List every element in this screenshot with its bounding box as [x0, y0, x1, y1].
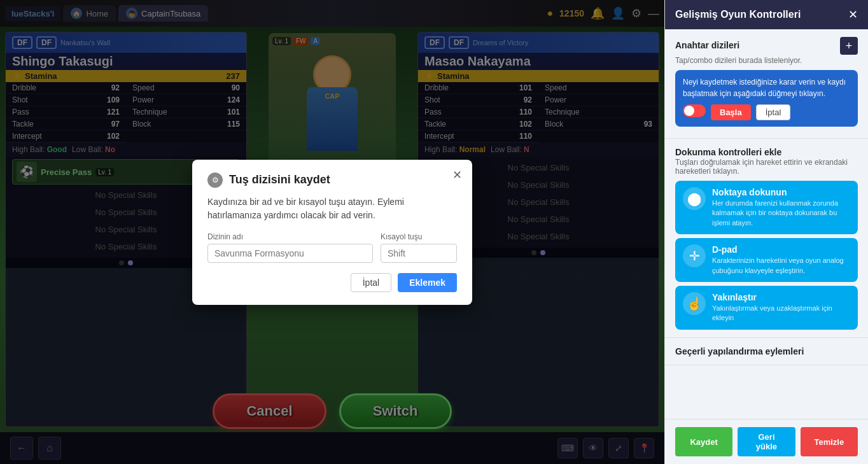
cancel-record-button[interactable]: İptal [756, 104, 791, 120]
dpad-control-card[interactable]: ✛ D-pad Karakterinizin hareketini veya o… [675, 238, 858, 282]
keyboard-section: Anahtar dizileri + Tap/combo dizileri bu… [665, 29, 868, 139]
save-config-button[interactable]: Kaydet [675, 427, 732, 456]
modal-close-button[interactable]: ✕ [449, 167, 465, 183]
sequence-name-input[interactable] [207, 244, 373, 263]
dpad-info: D-pad Karakterinizin hareketini veya oyu… [712, 244, 850, 276]
dpad-title: D-pad [712, 244, 850, 255]
tap-icon: ⬤ [683, 187, 706, 210]
modal-description: Kaydınıza bir ad ve bir kısayol tuşu ata… [207, 195, 457, 222]
panel-footer: Kaydet Geri yükle Temizle [665, 419, 868, 464]
dpad-icon: ✛ [683, 244, 706, 267]
keyboard-section-title: Anahtar dizileri [675, 40, 739, 50]
panel-title: Gelişmiş Oyun Kontrolleri [675, 9, 801, 20]
modal-cancel-button[interactable]: İptal [351, 273, 391, 292]
record-toggle-row: Başla İptal [683, 104, 850, 120]
game-area: lueStacks'i 🏠 Home 👦 CaptainTsubasa ● 12… [0, 0, 664, 464]
clear-config-button[interactable]: Temizle [801, 427, 858, 456]
toggle-knob [684, 106, 694, 116]
zoom-control-card[interactable]: ☝ Yakınlaştır Yakınlaştırmak veya uzakla… [675, 286, 858, 330]
shortcut-key-input[interactable] [381, 244, 457, 263]
keyboard-section-header: Anahtar dizileri + [675, 37, 858, 55]
panel-close-button[interactable]: ✕ [848, 8, 858, 22]
modal-icon: ⚙ [207, 172, 223, 188]
modal-header: ⚙ Tuş dizisini kaydet [207, 172, 457, 188]
zoom-title: Yakınlaştır [712, 292, 850, 302]
reload-config-button[interactable]: Geri yükle [738, 427, 795, 456]
panel-header: Gelişmiş Oyun Kontrolleri ✕ [665, 0, 868, 29]
record-card: Neyi kaydetmek istediğinize karar verin … [675, 70, 858, 127]
touch-section: Dokunma kontrolleri ekle Tuşları doğrula… [665, 139, 868, 338]
modal-fields: Dizinin adı Kısayol tuşu [207, 232, 457, 263]
tap-desc: Her durumda farenizi kullanmak zorunda k… [712, 199, 850, 228]
key-field-group: Kısayol tuşu [381, 232, 457, 263]
zoom-desc: Yakınlaştırmak veya uzaklaştırmak için e… [712, 304, 850, 323]
touch-section-desc: Tuşları doğrulamak için hareket ettirin … [675, 158, 858, 176]
key-field-label: Kısayol tuşu [381, 232, 457, 241]
dpad-desc: Karakterinizin hareketini veya oyun anal… [712, 256, 850, 276]
config-section: Geçerli yapılandırma eylemleri [665, 338, 868, 365]
tap-title: Noktaya dokunun [712, 187, 850, 197]
keyboard-section-desc: Tap/combo dizileri burada listeleniyor. [675, 56, 858, 65]
right-panel: Gelişmiş Oyun Kontrolleri ✕ Anahtar dizi… [664, 0, 868, 464]
config-section-title: Geçerli yapılandırma eylemleri [675, 346, 804, 356]
start-record-button[interactable]: Başla [711, 104, 751, 120]
record-card-text: Neyi kaydetmek istediğinize karar verin … [683, 76, 850, 99]
zoom-icon: ☝ [683, 292, 706, 315]
zoom-info: Yakınlaştır Yakınlaştırmak veya uzaklaşt… [712, 292, 850, 323]
modal-add-button[interactable]: Eklemek [398, 273, 457, 292]
tap-info: Noktaya dokunun Her durumda farenizi kul… [712, 187, 850, 228]
touch-section-title: Dokunma kontrolleri ekle [675, 147, 781, 157]
add-sequence-button[interactable]: + [840, 37, 858, 55]
name-field-label: Dizinin adı [207, 232, 373, 241]
modal-title: Tuş dizisini kaydet [229, 173, 330, 186]
tap-control-card[interactable]: ⬤ Noktaya dokunun Her durumda farenizi k… [675, 181, 858, 234]
name-field-group: Dizinin adı [207, 232, 373, 263]
modal-overlay: ⚙ Tuş dizisini kaydet ✕ Kaydınıza bir ad… [0, 0, 664, 464]
save-sequence-modal: ⚙ Tuş dizisini kaydet ✕ Kaydınıza bir ad… [192, 160, 472, 305]
modal-actions: İptal Eklemek [207, 273, 457, 292]
record-toggle[interactable] [683, 104, 706, 117]
